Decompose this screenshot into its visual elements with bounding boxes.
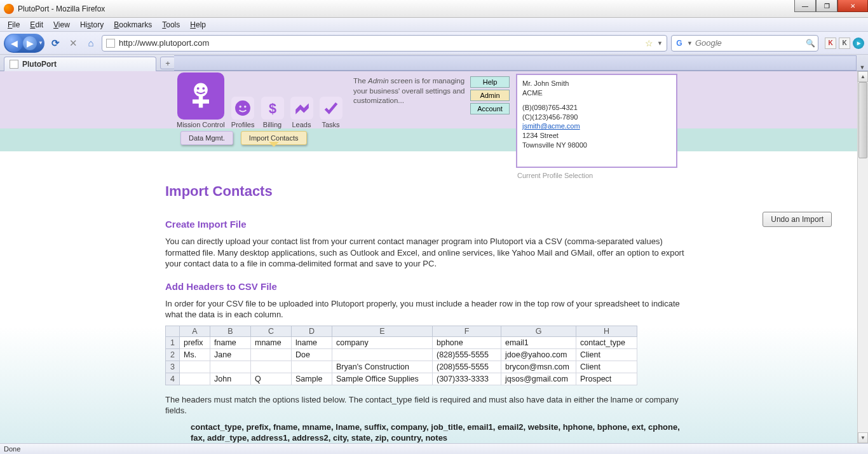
csv-example-table: ABCDEFGH1prefixfnamemnamelnamecompanybph…: [165, 326, 637, 385]
section-create-import-file: Create Import File: [165, 219, 857, 230]
window-titlebar: PlutoPort - Mozilla Firefox — ❐ ✕: [0, 0, 868, 18]
window-title: PlutoPort - Mozilla Firefox: [18, 4, 105, 13]
profile-citystate: Townsville NY 98000: [522, 141, 671, 150]
post-table-note: The headers must match the options liste…: [165, 394, 693, 416]
section-add-headers: Add Headers to CSV File: [165, 281, 857, 292]
site-header: Mission Control Profiles $ Billing Leads…: [0, 71, 857, 128]
menu-help[interactable]: Help: [186, 19, 210, 31]
url-dropdown-icon[interactable]: ▼: [657, 40, 663, 46]
svg-point-1: [197, 87, 200, 90]
svg-rect-4: [193, 99, 209, 103]
profile-caption: Current Profile Selection: [517, 172, 593, 179]
keyboard-icon[interactable]: K: [839, 38, 850, 49]
billing-icon: $: [261, 97, 284, 120]
firefox-icon: [4, 4, 14, 14]
home-button[interactable]: ⌂: [84, 36, 98, 50]
svg-point-0: [194, 83, 208, 97]
search-go-icon[interactable]: 🔍: [806, 39, 815, 48]
new-tab-button[interactable]: +: [160, 57, 175, 69]
status-bar: Done: [0, 443, 868, 454]
profile-name: Mr. John Smith: [522, 79, 671, 88]
menu-bar: File Edit View History Bookmarks Tools H…: [0, 18, 868, 32]
nav-history-dropdown[interactable]: ▼: [37, 40, 43, 46]
admin-button[interactable]: Admin: [470, 90, 510, 101]
tab-plutoport[interactable]: PlutoPort: [4, 57, 156, 71]
svg-text:$: $: [268, 100, 276, 116]
tab-page-icon: [10, 60, 18, 69]
svg-point-2: [202, 87, 205, 90]
page-content: Import Contacts Undo an Import Create Im…: [0, 151, 857, 443]
idm-icon[interactable]: ▸: [853, 38, 864, 49]
reload-button[interactable]: ⟳: [48, 36, 62, 50]
extension-icons: K K ▸: [822, 38, 864, 49]
menu-history[interactable]: History: [76, 19, 107, 31]
profile-phone-c: (C)(123)456-7890: [522, 113, 671, 122]
bookmark-star-icon[interactable]: ☆: [645, 38, 653, 48]
kaspersky-icon[interactable]: K: [825, 38, 836, 49]
search-bar[interactable]: G ▼ 🔍: [671, 35, 818, 52]
tab-list-dropdown[interactable]: ▼: [857, 64, 868, 71]
tab-bar: PlutoPort + ▼: [0, 55, 868, 71]
svg-point-6: [240, 106, 241, 107]
menu-view[interactable]: View: [50, 19, 74, 31]
undo-import-button[interactable]: Undo an Import: [763, 212, 832, 227]
subnav-bar: Data Mgmt. Import Contacts: [0, 128, 857, 151]
tab-label: PlutoPort: [22, 60, 57, 69]
search-input[interactable]: [695, 38, 803, 48]
leads-icon: [290, 97, 313, 120]
create-import-body: You can directly upload your contact lis…: [165, 236, 693, 270]
nav-profiles[interactable]: Profiles: [231, 97, 255, 128]
close-button[interactable]: ✕: [837, 0, 868, 12]
tab-data-mgmt[interactable]: Data Mgmt.: [180, 131, 233, 145]
url-input[interactable]: [119, 38, 641, 48]
profile-company: ACME: [522, 88, 671, 98]
scroll-down-icon[interactable]: ▼: [858, 432, 868, 443]
scroll-thumb[interactable]: [858, 82, 867, 158]
account-button[interactable]: Account: [470, 103, 510, 114]
help-button[interactable]: Help: [470, 76, 510, 88]
status-text: Done: [4, 445, 20, 453]
url-bar[interactable]: ☆ ▼: [102, 35, 667, 52]
menu-bookmarks[interactable]: Bookmarks: [110, 19, 156, 31]
vertical-scrollbar[interactable]: ▲ ▼: [857, 71, 868, 443]
profile-selection-box: Mr. John Smith ACME (B)(098)765-4321 (C)…: [516, 74, 677, 168]
stop-button[interactable]: ✕: [66, 36, 80, 50]
tab-import-contacts[interactable]: Import Contacts: [241, 131, 307, 145]
profile-phone-b: (B)(098)765-4321: [522, 103, 671, 113]
menu-file[interactable]: File: [4, 19, 24, 31]
nav-back-forward: ◀ ▶ ▼: [4, 34, 44, 53]
mission-control-icon: [177, 72, 224, 120]
nav-tasks[interactable]: Tasks: [320, 97, 342, 128]
menu-tools[interactable]: Tools: [158, 19, 184, 31]
fields-list: contact_type, prefix, fname, mname, lnam…: [191, 422, 680, 443]
nav-mission-control[interactable]: Mission Control: [177, 72, 225, 128]
add-headers-body: In order for your CSV file to be uploade…: [165, 298, 693, 320]
profiles-icon: [231, 97, 254, 120]
nav-billing[interactable]: $ Billing: [261, 97, 284, 128]
nav-leads[interactable]: Leads: [290, 97, 313, 128]
google-icon[interactable]: G: [674, 38, 684, 48]
page-viewport: Mission Control Profiles $ Billing Leads…: [0, 71, 857, 443]
tasks-icon: [320, 97, 342, 120]
search-engine-dropdown[interactable]: ▼: [687, 40, 693, 46]
page-title: Import Contacts: [165, 183, 857, 200]
profile-street: 1234 Street: [522, 131, 671, 141]
maximize-button[interactable]: ❐: [816, 0, 837, 12]
svg-point-7: [244, 106, 246, 107]
svg-point-5: [235, 100, 250, 116]
scroll-up-icon[interactable]: ▲: [858, 71, 868, 82]
page-icon: [106, 39, 115, 48]
forward-button[interactable]: ▶: [23, 36, 37, 50]
minimize-button[interactable]: —: [794, 0, 816, 12]
admin-blurb: The Admin screen is for managing your bu…: [353, 76, 468, 106]
scroll-track[interactable]: [858, 82, 868, 432]
profile-email-link[interactable]: jsmith@acme.com: [522, 122, 580, 130]
nav-toolbar: ◀ ▶ ▼ ⟳ ✕ ⌂ ☆ ▼ G ▼ 🔍 K K ▸: [0, 32, 868, 55]
back-button[interactable]: ◀: [5, 34, 23, 52]
menu-edit[interactable]: Edit: [26, 19, 47, 31]
tab-strip-bg: [174, 55, 857, 71]
